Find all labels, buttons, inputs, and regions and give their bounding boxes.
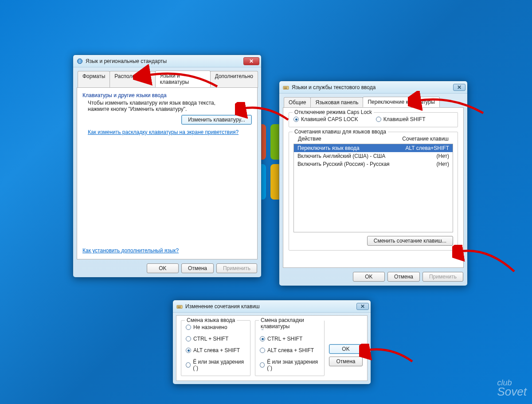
capslock-group: Отключение режима Caps Lock Клавишей CAP… (289, 112, 458, 127)
row-action: Включить Русский (Россия) - Русская (297, 161, 390, 167)
radio-icon (186, 325, 191, 330)
cancel-button[interactable]: Отмена (387, 272, 420, 282)
svg-rect-4 (286, 87, 287, 87)
description-text: Чтобы изменить клавиатуру или язык ввода… (88, 100, 221, 112)
radio-grave-left[interactable]: Ё или знак ударения (`) (186, 359, 246, 371)
keyboard-icon (283, 84, 289, 90)
radio-label: Клавишей CAPS LOCK (301, 116, 358, 122)
svg-rect-7 (178, 306, 179, 306)
row-combo: (Нет) (437, 153, 449, 159)
titlebar[interactable]: Язык и региональные стандарты ✕ (73, 55, 261, 67)
cancel-button[interactable]: Отмена (181, 263, 214, 273)
radio-icon (293, 117, 299, 122)
globe-icon (77, 58, 83, 64)
titlebar[interactable]: Языки и службы текстового ввода ✕ (279, 81, 467, 94)
hotkey-listbox[interactable]: Переключить язык ввода ALT слева+SHIFT В… (293, 144, 453, 232)
close-button[interactable]: ✕ (356, 303, 369, 310)
cancel-button[interactable]: Отмена (329, 357, 363, 366)
radio-ctrl-shift-right[interactable]: CTRL + SHIFT (260, 336, 320, 342)
close-button[interactable]: ✕ (453, 84, 466, 91)
col-combo: Сочетание клавиш (402, 136, 449, 142)
svg-rect-5 (284, 88, 287, 88)
window-title: Изменение сочетания клавиш (185, 303, 354, 310)
radio-label: ALT слева + SHIFT (193, 347, 240, 353)
radio-icon (260, 336, 265, 341)
svg-rect-8 (179, 306, 180, 306)
change-hotkey-button[interactable]: Сменить сочетание клавиш... (367, 236, 453, 246)
svg-rect-3 (285, 87, 286, 87)
radio-icon (260, 348, 265, 353)
change-keyboard-button[interactable]: Изменить клавиатуру... (181, 115, 252, 125)
dialog-text-services: Языки и службы текстового ввода ✕ Общие … (279, 81, 468, 286)
tab-general[interactable]: Общие (284, 97, 311, 108)
close-button[interactable]: ✕ (243, 57, 259, 65)
hotkeys-legend: Сочетания клавиш для языков ввода (293, 129, 388, 135)
tab-language-bar[interactable]: Языковая панель (310, 97, 363, 108)
radio-label: ALT слева + SHIFT (267, 347, 314, 353)
radio-icon (186, 362, 191, 368)
radio-icon (186, 348, 191, 353)
col-action: Действие (298, 136, 321, 142)
window-title: Язык и региональные стандарты (86, 58, 241, 64)
link-install-language[interactable]: Как установить дополнительный язык? (82, 247, 179, 254)
radio-none-left[interactable]: Не назначено (186, 324, 246, 330)
dialog-region-language: Язык и региональные стандарты ✕ Форматы … (73, 55, 262, 278)
tab-switching[interactable]: Переключение клавиатуры (363, 97, 439, 107)
apply-button[interactable]: Применить (422, 272, 463, 282)
group-heading: Клавиатуры и другие языки ввода (82, 92, 252, 98)
row-action: Переключить язык ввода (297, 145, 360, 151)
radio-ctrl-shift-left[interactable]: CTRL + SHIFT (186, 336, 246, 342)
radio-alt-shift-right[interactable]: ALT слева + SHIFT (260, 347, 320, 353)
ok-button[interactable]: OK (147, 263, 179, 273)
radio-label: Не назначено (193, 324, 227, 330)
watermark: club Sovet (497, 378, 527, 399)
radio-icon (260, 362, 265, 368)
radio-icon (186, 336, 191, 341)
radio-icon (376, 117, 381, 122)
radio-label: Клавишей SHIFT (383, 116, 426, 122)
row-combo: (Нет) (437, 161, 449, 167)
radio-caps-lock[interactable]: Клавишей CAPS LOCK (293, 116, 358, 122)
left-legend: Смена языка ввода (185, 317, 237, 323)
right-legend: Смена раскладки клавиатуры (259, 317, 324, 329)
radio-alt-shift-left[interactable]: ALT слева + SHIFT (186, 347, 246, 353)
tab-advanced[interactable]: Дополнительно (210, 71, 258, 88)
row-combo: ALT слева+SHIFT (406, 145, 450, 151)
tab-formats[interactable]: Форматы (78, 71, 110, 88)
link-welcome-layout[interactable]: Как изменить раскладку клавиатуры на экр… (88, 129, 239, 135)
window-title: Языки и службы текстового ввода (292, 84, 450, 90)
left-group: Смена языка ввода Не назначено CTRL + SH… (181, 320, 250, 376)
tab-strip: Форматы Расположение Языки и клавиатуры … (77, 71, 258, 87)
titlebar[interactable]: Изменение сочетания клавиш ✕ (173, 300, 371, 313)
svg-rect-6 (177, 305, 182, 308)
svg-rect-9 (180, 306, 181, 306)
svg-rect-10 (178, 307, 181, 307)
ok-button[interactable]: OK (329, 344, 363, 354)
apply-button[interactable]: Применить (216, 263, 257, 273)
svg-rect-1 (283, 86, 289, 89)
keyboard-icon (176, 303, 183, 310)
radio-label: CTRL + SHIFT (267, 336, 302, 342)
dialog-change-hotkey: Изменение сочетания клавиш ✕ Смена языка… (172, 300, 371, 384)
tab-strip: Общие Языковая панель Переключение клави… (283, 97, 464, 107)
svg-rect-2 (284, 87, 285, 87)
radio-grave-right[interactable]: Ё или знак ударения (`) (260, 359, 320, 371)
radio-label: Ё или знак ударения (`) (267, 359, 320, 371)
right-group: Смена раскладки клавиатуры Не назначено … (255, 320, 325, 376)
tab-keyboards[interactable]: Языки и клавиатуры (155, 71, 211, 87)
list-item[interactable]: Переключить язык ввода ALT слева+SHIFT (294, 144, 453, 152)
row-action: Включить Английский (США) - США (297, 153, 385, 159)
radio-label: CTRL + SHIFT (193, 336, 228, 342)
radio-label: Ё или знак ударения (`) (193, 359, 246, 371)
list-item[interactable]: Включить Русский (Россия) - Русская (Нет… (294, 160, 453, 168)
tab-location[interactable]: Расположение (110, 71, 156, 88)
radio-shift[interactable]: Клавишей SHIFT (376, 116, 426, 122)
hotkeys-group: Сочетания клавиш для языков ввода Действ… (289, 132, 458, 251)
capslock-legend: Отключение режима Caps Lock (293, 109, 374, 115)
ok-button[interactable]: OK (353, 272, 385, 282)
list-item[interactable]: Включить Английский (США) - США (Нет) (294, 152, 453, 160)
